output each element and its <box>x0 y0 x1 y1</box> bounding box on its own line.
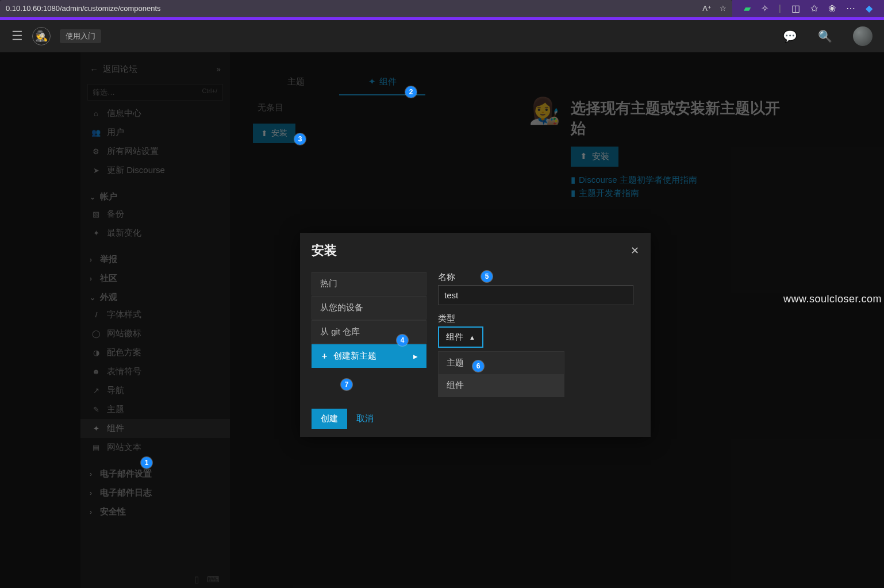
modal-source-list: 热门 从您的设备 从 git 仓库 创建新主题 <box>312 272 426 397</box>
collections-icon[interactable]: ❀ <box>828 0 836 18</box>
modal-body: 热门 从您的设备 从 git 仓库 创建新主题 名称 类型 组件 ▲ 主题 组件 <box>300 268 651 401</box>
avatar[interactable] <box>853 26 873 46</box>
create-button[interactable]: 创建 <box>312 409 347 429</box>
browser-toolbar-icons: ▰ ✧ | ◫ ✩ ❀ ⋯ ◆ <box>732 0 884 17</box>
type-select[interactable]: 组件 ▲ <box>438 326 483 348</box>
read-aloud-icon[interactable]: A⁺ <box>702 0 712 18</box>
install-modal: 安装 ✕ 热门 从您的设备 从 git 仓库 创建新主题 名称 类型 组件 ▲ … <box>300 233 651 437</box>
modal-footer: 创建 取消 <box>300 401 651 437</box>
app-viewport: ☰ 🕵 使用入门 💬 🔍 ← 返回论坛 » Ctrl+/ ⌂信息中心 👥用户 ⚙… <box>0 20 884 588</box>
cancel-button[interactable]: 取消 <box>356 413 374 424</box>
copilot-icon[interactable]: ◆ <box>866 0 873 18</box>
modal-option-from-git[interactable]: 从 git 仓库 <box>312 320 426 344</box>
shield-icon[interactable]: ▰ <box>744 0 751 18</box>
caret-up-icon: ▲ <box>469 334 475 341</box>
tutorial-badge-6: 6 <box>472 360 484 372</box>
tutorial-badge-3: 3 <box>294 133 306 145</box>
address-bar[interactable]: 0.10.10.60:1080/admin/customize/componen… <box>0 0 732 17</box>
watermark-text: www.soulcloser.com <box>783 293 882 305</box>
name-input[interactable] <box>438 285 633 305</box>
more-icon[interactable]: ⋯ <box>846 0 855 18</box>
modal-header: 安装 ✕ <box>300 233 651 268</box>
chat-icon[interactable]: 💬 <box>783 29 797 43</box>
option-label: 创建新主题 <box>333 351 376 362</box>
browser-chrome: 0.10.10.60:1080/admin/customize/componen… <box>0 0 884 18</box>
modal-option-create-new[interactable]: 创建新主题 <box>312 344 426 368</box>
site-logo[interactable]: 🕵 <box>32 27 51 45</box>
type-label: 类型 <box>438 313 639 324</box>
tutorial-badge-2: 2 <box>405 86 417 98</box>
split-icon[interactable]: ◫ <box>791 0 800 18</box>
tutorial-badge-5: 5 <box>481 271 493 282</box>
search-icon[interactable]: 🔍 <box>818 29 832 43</box>
type-option-theme[interactable]: 主题 <box>439 352 564 374</box>
favorites-icon[interactable]: ✩ <box>810 0 818 18</box>
tutorial-badge-4: 4 <box>397 335 408 346</box>
hamburger-icon[interactable]: ☰ <box>11 29 23 44</box>
modal-form: 名称 类型 组件 ▲ 主题 组件 <box>438 272 639 397</box>
favorite-icon[interactable]: ☆ <box>720 0 727 18</box>
extensions-icon[interactable]: ✧ <box>761 0 768 18</box>
type-dropdown: 主题 组件 <box>438 351 564 397</box>
modal-close-button[interactable]: ✕ <box>631 244 639 257</box>
type-option-component[interactable]: 组件 <box>439 374 564 397</box>
name-label: 名称 <box>438 272 639 283</box>
tutorial-badge-1: 1 <box>141 457 152 468</box>
tutorial-badge-7: 7 <box>341 379 352 390</box>
modal-title: 安装 <box>312 242 337 259</box>
divider-icon: | <box>779 0 781 18</box>
modal-option-popular[interactable]: 热门 <box>312 272 426 295</box>
modal-option-from-device[interactable]: 从您的设备 <box>312 296 426 320</box>
url-text: 0.10.10.60:1080/admin/customize/componen… <box>6 0 161 18</box>
quickstart-button[interactable]: 使用入门 <box>60 29 101 43</box>
type-selected-text: 组件 <box>446 332 463 343</box>
app-header: ☰ 🕵 使用入门 💬 🔍 <box>0 20 884 52</box>
